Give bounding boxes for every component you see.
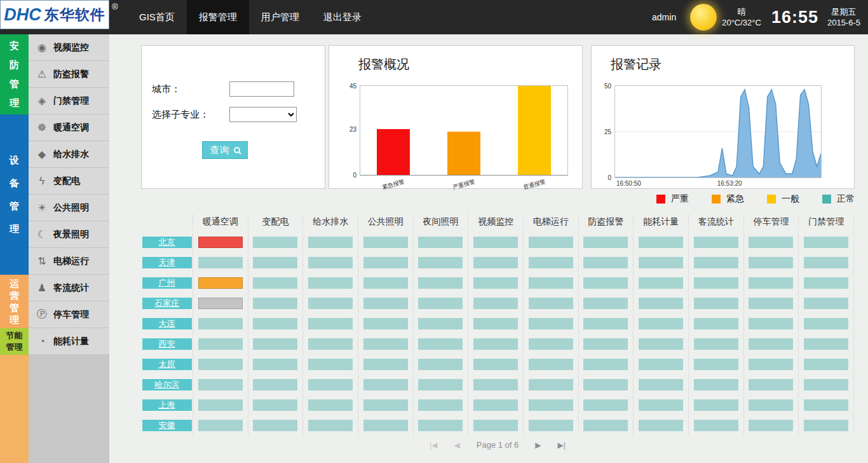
status-cell-normal[interactable]	[583, 298, 628, 309]
status-cell-normal[interactable]	[804, 420, 848, 431]
sidebar-item-1-2[interactable]: ϟ变配电	[29, 168, 109, 195]
status-cell-normal[interactable]	[308, 379, 353, 390]
last-page-button[interactable]: ▶|	[557, 441, 565, 450]
status-cell-normal[interactable]	[804, 399, 848, 411]
status-cell-normal[interactable]	[308, 237, 353, 248]
status-cell-normal[interactable]	[363, 277, 408, 289]
status-cell-normal[interactable]	[639, 237, 683, 248]
status-cell-normal[interactable]	[694, 338, 738, 350]
status-cell-normal[interactable]	[363, 359, 408, 370]
status-cell-normal[interactable]	[473, 399, 518, 411]
city-link[interactable]: 大连	[142, 318, 192, 329]
status-cell-normal[interactable]	[363, 257, 408, 268]
status-cell-normal[interactable]	[529, 237, 573, 248]
status-cell-normal[interactable]	[694, 257, 738, 268]
sidebar-item-1-1[interactable]: ◆给水排水	[29, 141, 109, 168]
status-cell-normal[interactable]	[583, 277, 628, 289]
status-cell-severe[interactable]	[198, 237, 243, 248]
status-cell-normal[interactable]	[804, 257, 848, 268]
status-cell-normal[interactable]	[418, 318, 463, 329]
status-cell-normal[interactable]	[529, 318, 573, 329]
status-cell-normal[interactable]	[639, 420, 683, 431]
status-cell-normal[interactable]	[253, 359, 297, 370]
status-cell-normal[interactable]	[583, 237, 628, 248]
status-cell-normal[interactable]	[749, 420, 793, 431]
prev-page-button[interactable]: ◀	[454, 441, 460, 450]
status-cell-normal[interactable]	[583, 257, 628, 268]
status-cell-normal[interactable]	[473, 257, 518, 268]
status-cell-urgent[interactable]	[198, 277, 243, 289]
status-cell-normal[interactable]	[529, 420, 573, 431]
status-cell-normal[interactable]	[473, 420, 518, 431]
first-page-button[interactable]: |◀	[430, 441, 437, 450]
status-cell-normal[interactable]	[749, 277, 793, 289]
status-cell-normal[interactable]	[583, 399, 628, 411]
status-cell-normal[interactable]	[363, 318, 408, 329]
sidebar-item-0-0[interactable]: ◉视频监控	[29, 34, 109, 61]
sidebar-item-0-2[interactable]: ◈门禁管理	[29, 88, 109, 114]
status-cell-normal[interactable]	[473, 298, 518, 309]
status-cell-normal[interactable]	[363, 237, 408, 248]
status-cell-normal[interactable]	[529, 379, 573, 390]
status-cell-normal[interactable]	[418, 379, 463, 390]
status-cell-normal[interactable]	[529, 298, 573, 309]
status-cell-normal[interactable]	[363, 420, 408, 431]
status-cell-normal[interactable]	[198, 257, 243, 268]
sidebar-item-1-4[interactable]: ☾夜景照明	[29, 221, 109, 248]
status-cell-normal[interactable]	[694, 277, 738, 289]
status-cell-normal[interactable]	[308, 399, 353, 411]
sidebar-item-2-1[interactable]: Ⓟ停车管理	[29, 301, 109, 328]
status-cell-normal[interactable]	[363, 338, 408, 350]
status-cell-normal[interactable]	[473, 338, 518, 350]
status-cell-normal[interactable]	[418, 277, 463, 289]
status-cell-normal[interactable]	[804, 379, 848, 390]
status-cell-normal[interactable]	[308, 277, 353, 289]
status-cell-normal[interactable]	[308, 359, 353, 370]
sidebar-item-1-0[interactable]: ☸暖通空调	[29, 114, 109, 141]
city-link[interactable]: 北京	[142, 237, 192, 248]
status-cell-normal[interactable]	[418, 399, 463, 411]
status-cell-normal[interactable]	[253, 318, 297, 329]
status-cell-normal[interactable]	[804, 237, 848, 248]
status-cell-normal[interactable]	[583, 420, 628, 431]
status-cell-normal[interactable]	[529, 277, 573, 289]
status-cell-normal[interactable]	[418, 257, 463, 268]
status-cell-normal[interactable]	[694, 399, 738, 411]
status-cell-normal[interactable]	[639, 379, 683, 390]
city-link[interactable]: 石家庄	[142, 298, 192, 309]
status-cell-normal[interactable]	[418, 359, 463, 370]
status-cell-normal[interactable]	[749, 318, 793, 329]
status-cell-normal[interactable]	[694, 420, 738, 431]
status-cell-normal[interactable]	[253, 257, 297, 268]
nav-item-user-manage[interactable]: 用户管理	[249, 0, 311, 34]
status-cell-normal[interactable]	[473, 277, 518, 289]
status-cell-normal[interactable]	[363, 298, 408, 309]
status-cell-normal[interactable]	[694, 379, 738, 390]
city-link[interactable]: 上海	[142, 399, 192, 411]
status-cell-normal[interactable]	[694, 237, 738, 248]
city-link[interactable]: 广州	[142, 277, 192, 289]
status-cell-offline[interactable]	[198, 298, 243, 309]
status-cell-normal[interactable]	[198, 420, 243, 431]
status-cell-normal[interactable]	[473, 359, 518, 370]
nav-item-logout[interactable]: 退出登录	[311, 0, 374, 34]
status-cell-normal[interactable]	[198, 399, 243, 411]
city-link[interactable]: 西安	[142, 338, 192, 350]
status-cell-normal[interactable]	[418, 298, 463, 309]
status-cell-normal[interactable]	[639, 277, 683, 289]
status-cell-normal[interactable]	[253, 277, 297, 289]
nav-item-gis-home[interactable]: GIS首页	[127, 0, 187, 34]
status-cell-normal[interactable]	[529, 338, 573, 350]
status-cell-normal[interactable]	[804, 359, 848, 370]
status-cell-normal[interactable]	[253, 379, 297, 390]
status-cell-normal[interactable]	[198, 359, 243, 370]
status-cell-normal[interactable]	[804, 298, 848, 309]
status-cell-normal[interactable]	[308, 298, 353, 309]
city-link[interactable]: 天津	[142, 257, 192, 268]
status-cell-normal[interactable]	[583, 379, 628, 390]
status-cell-normal[interactable]	[418, 237, 463, 248]
status-cell-normal[interactable]	[418, 420, 463, 431]
status-cell-normal[interactable]	[308, 318, 353, 329]
status-cell-normal[interactable]	[749, 359, 793, 370]
status-cell-normal[interactable]	[253, 399, 297, 411]
